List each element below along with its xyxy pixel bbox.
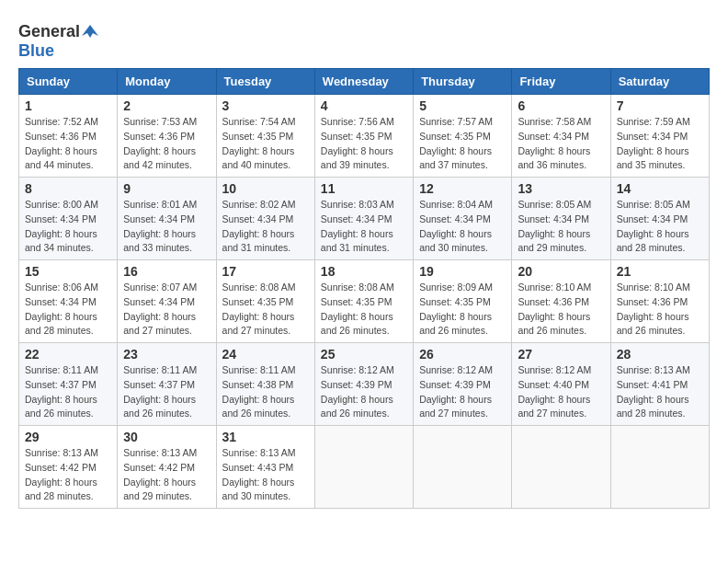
calendar-cell: 2Sunrise: 7:53 AMSunset: 4:36 PMDaylight… <box>118 95 216 178</box>
logo: General Blue <box>18 22 98 61</box>
calendar-cell: 4Sunrise: 7:56 AMSunset: 4:35 PMDaylight… <box>314 95 413 178</box>
day-detail: Sunrise: 8:04 AMSunset: 4:34 PMDaylight:… <box>419 198 506 256</box>
day-number: 28 <box>617 347 703 362</box>
days-of-week-row: SundayMondayTuesdayWednesdayThursdayFrid… <box>19 69 710 95</box>
calendar-cell: 30Sunrise: 8:13 AMSunset: 4:42 PMDayligh… <box>118 426 216 509</box>
day-number: 17 <box>222 264 309 279</box>
day-number: 2 <box>123 98 210 113</box>
day-number: 15 <box>25 264 111 279</box>
day-number: 21 <box>617 264 703 279</box>
calendar-cell: 3Sunrise: 7:54 AMSunset: 4:35 PMDaylight… <box>216 95 314 178</box>
logo-general-text: General <box>18 22 80 41</box>
day-number: 11 <box>321 181 407 196</box>
calendar-cell <box>414 426 512 509</box>
calendar-cell: 22Sunrise: 8:11 AMSunset: 4:37 PMDayligh… <box>19 343 118 426</box>
calendar-cell <box>610 426 709 509</box>
calendar-cell: 21Sunrise: 8:10 AMSunset: 4:36 PMDayligh… <box>610 260 709 343</box>
calendar-cell: 25Sunrise: 8:12 AMSunset: 4:39 PMDayligh… <box>314 343 413 426</box>
calendar-cell: 14Sunrise: 8:05 AMSunset: 4:34 PMDayligh… <box>610 178 709 260</box>
day-number: 6 <box>518 98 604 113</box>
day-number: 10 <box>222 181 309 196</box>
calendar-cell <box>314 426 413 509</box>
day-detail: Sunrise: 8:13 AMSunset: 4:41 PMDaylight:… <box>617 363 703 421</box>
calendar-cell: 27Sunrise: 8:12 AMSunset: 4:40 PMDayligh… <box>512 343 610 426</box>
day-detail: Sunrise: 8:13 AMSunset: 4:42 PMDaylight:… <box>123 446 210 504</box>
day-number: 12 <box>419 181 506 196</box>
calendar-cell: 16Sunrise: 8:07 AMSunset: 4:34 PMDayligh… <box>118 260 216 343</box>
day-number: 3 <box>222 98 309 113</box>
day-detail: Sunrise: 7:54 AMSunset: 4:35 PMDaylight:… <box>222 115 309 173</box>
day-number: 22 <box>25 347 111 362</box>
calendar-body: 1Sunrise: 7:52 AMSunset: 4:36 PMDaylight… <box>19 95 710 509</box>
week-row-4: 22Sunrise: 8:11 AMSunset: 4:37 PMDayligh… <box>19 343 710 426</box>
day-detail: Sunrise: 8:09 AMSunset: 4:35 PMDaylight:… <box>419 281 506 339</box>
day-header-friday: Friday <box>512 69 610 95</box>
day-detail: Sunrise: 8:10 AMSunset: 4:36 PMDaylight:… <box>617 281 703 339</box>
calendar-cell: 8Sunrise: 8:00 AMSunset: 4:34 PMDaylight… <box>19 178 118 260</box>
day-detail: Sunrise: 8:11 AMSunset: 4:38 PMDaylight:… <box>222 363 309 421</box>
day-number: 20 <box>518 264 604 279</box>
week-row-2: 8Sunrise: 8:00 AMSunset: 4:34 PMDaylight… <box>19 178 710 260</box>
day-detail: Sunrise: 8:13 AMSunset: 4:42 PMDaylight:… <box>25 446 111 504</box>
day-number: 29 <box>25 430 111 444</box>
day-detail: Sunrise: 8:08 AMSunset: 4:35 PMDaylight:… <box>222 281 309 339</box>
day-header-wednesday: Wednesday <box>314 69 413 95</box>
calendar-cell: 26Sunrise: 8:12 AMSunset: 4:39 PMDayligh… <box>414 343 512 426</box>
day-detail: Sunrise: 8:05 AMSunset: 4:34 PMDaylight:… <box>617 198 703 256</box>
week-row-1: 1Sunrise: 7:52 AMSunset: 4:36 PMDaylight… <box>19 95 710 178</box>
day-detail: Sunrise: 8:03 AMSunset: 4:34 PMDaylight:… <box>321 198 407 256</box>
day-detail: Sunrise: 8:12 AMSunset: 4:40 PMDaylight:… <box>518 363 604 421</box>
calendar-cell: 5Sunrise: 7:57 AMSunset: 4:35 PMDaylight… <box>414 95 512 178</box>
calendar-cell: 20Sunrise: 8:10 AMSunset: 4:36 PMDayligh… <box>512 260 610 343</box>
day-detail: Sunrise: 8:13 AMSunset: 4:43 PMDaylight:… <box>222 446 309 504</box>
calendar-cell: 7Sunrise: 7:59 AMSunset: 4:34 PMDaylight… <box>610 95 709 178</box>
calendar-cell: 18Sunrise: 8:08 AMSunset: 4:35 PMDayligh… <box>314 260 413 343</box>
day-number: 16 <box>123 264 210 279</box>
logo-blue-text: Blue <box>18 41 54 61</box>
day-detail: Sunrise: 8:05 AMSunset: 4:34 PMDaylight:… <box>518 198 604 256</box>
calendar-cell: 1Sunrise: 7:52 AMSunset: 4:36 PMDaylight… <box>19 95 118 178</box>
calendar-header: SundayMondayTuesdayWednesdayThursdayFrid… <box>19 69 710 95</box>
day-detail: Sunrise: 7:53 AMSunset: 4:36 PMDaylight:… <box>123 115 210 173</box>
day-detail: Sunrise: 8:01 AMSunset: 4:34 PMDaylight:… <box>123 198 210 256</box>
day-number: 19 <box>419 264 506 279</box>
day-header-sunday: Sunday <box>19 69 118 95</box>
day-number: 24 <box>222 347 309 362</box>
calendar-cell: 13Sunrise: 8:05 AMSunset: 4:34 PMDayligh… <box>512 178 610 260</box>
calendar-cell: 28Sunrise: 8:13 AMSunset: 4:41 PMDayligh… <box>610 343 709 426</box>
calendar-cell: 11Sunrise: 8:03 AMSunset: 4:34 PMDayligh… <box>314 178 413 260</box>
week-row-3: 15Sunrise: 8:06 AMSunset: 4:34 PMDayligh… <box>19 260 710 343</box>
calendar-cell: 29Sunrise: 8:13 AMSunset: 4:42 PMDayligh… <box>19 426 118 509</box>
day-detail: Sunrise: 7:58 AMSunset: 4:34 PMDaylight:… <box>518 115 604 173</box>
calendar-cell: 17Sunrise: 8:08 AMSunset: 4:35 PMDayligh… <box>216 260 314 343</box>
day-number: 8 <box>25 181 111 196</box>
day-detail: Sunrise: 7:56 AMSunset: 4:35 PMDaylight:… <box>321 115 407 173</box>
calendar-cell: 19Sunrise: 8:09 AMSunset: 4:35 PMDayligh… <box>414 260 512 343</box>
calendar-cell: 9Sunrise: 8:01 AMSunset: 4:34 PMDaylight… <box>118 178 216 260</box>
day-number: 5 <box>419 98 506 113</box>
day-header-thursday: Thursday <box>414 69 512 95</box>
calendar-cell: 6Sunrise: 7:58 AMSunset: 4:34 PMDaylight… <box>512 95 610 178</box>
day-number: 30 <box>123 430 210 444</box>
day-header-tuesday: Tuesday <box>216 69 314 95</box>
day-number: 23 <box>123 347 210 362</box>
calendar-cell: 12Sunrise: 8:04 AMSunset: 4:34 PMDayligh… <box>414 178 512 260</box>
day-detail: Sunrise: 8:10 AMSunset: 4:36 PMDaylight:… <box>518 281 604 339</box>
day-detail: Sunrise: 7:52 AMSunset: 4:36 PMDaylight:… <box>25 115 111 173</box>
day-detail: Sunrise: 8:12 AMSunset: 4:39 PMDaylight:… <box>419 363 506 421</box>
calendar-cell <box>512 426 610 509</box>
day-number: 26 <box>419 347 506 362</box>
week-row-5: 29Sunrise: 8:13 AMSunset: 4:42 PMDayligh… <box>19 426 710 509</box>
day-detail: Sunrise: 8:06 AMSunset: 4:34 PMDaylight:… <box>25 281 111 339</box>
day-number: 4 <box>321 98 407 113</box>
day-detail: Sunrise: 7:59 AMSunset: 4:34 PMDaylight:… <box>617 115 703 173</box>
svg-marker-0 <box>82 25 98 38</box>
day-detail: Sunrise: 8:11 AMSunset: 4:37 PMDaylight:… <box>25 363 111 421</box>
day-number: 25 <box>321 347 407 362</box>
page-header: General Blue <box>18 18 710 61</box>
calendar-cell: 31Sunrise: 8:13 AMSunset: 4:43 PMDayligh… <box>216 426 314 509</box>
day-number: 1 <box>25 98 111 113</box>
day-detail: Sunrise: 8:11 AMSunset: 4:37 PMDaylight:… <box>123 363 210 421</box>
calendar-cell: 10Sunrise: 8:02 AMSunset: 4:34 PMDayligh… <box>216 178 314 260</box>
day-header-monday: Monday <box>118 69 216 95</box>
